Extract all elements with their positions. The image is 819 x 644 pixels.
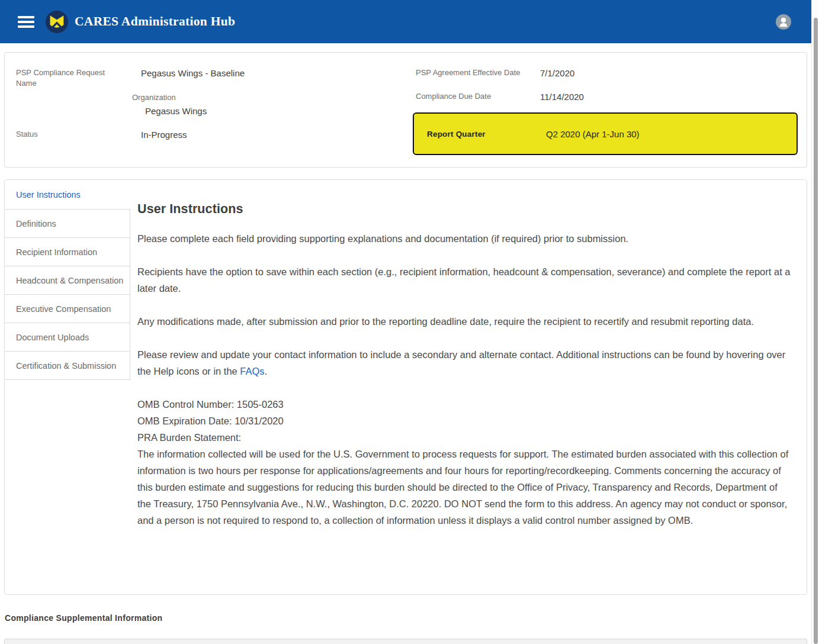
omb-statement-block: OMB Control Number: 1505-0263 OMB Expira…: [137, 396, 794, 529]
instructions-paragraph-4: Please review and update your contact in…: [137, 346, 794, 379]
report-quarter-highlight: Report Quarter Q2 2020 (Apr 1-Jun 30): [413, 112, 798, 155]
organization-value: Pegasus Wings: [145, 105, 416, 117]
due-date-field: Compliance Due Date 11/14/2020: [416, 91, 798, 102]
tab-headcount-compensation[interactable]: Headcount & Compensation: [5, 266, 130, 295]
due-date-label: Compliance Due Date: [416, 91, 540, 102]
request-name-field: PSP Compliance Request Name Pegasus Wing…: [5, 67, 416, 89]
instructions-paragraph-3: Any modifications made, after submission…: [137, 313, 794, 330]
tab-executive-compensation[interactable]: Executive Compensation: [5, 294, 130, 323]
instructions-paragraph-2: Recipients have the option to save withi…: [137, 263, 794, 297]
summary-left-column: PSP Compliance Request Name Pegasus Wing…: [5, 67, 416, 167]
status-value: In-Progress: [141, 129, 187, 140]
request-name-value: Pegasus Wings - Baseline: [141, 67, 245, 79]
app-header: CARES Administration Hub: [0, 0, 811, 43]
instructions-content: User Instructions Please complete each f…: [130, 180, 807, 594]
section-tab-list: User Instructions Definitions Recipient …: [5, 180, 130, 594]
tab-definitions[interactable]: Definitions: [5, 209, 130, 238]
summary-right-column: PSP Agreement Effective Date 7/1/2020 Co…: [416, 67, 810, 167]
supplemental-section-heading: Compliance Supplemental Information: [5, 613, 811, 623]
hamburger-menu-icon[interactable]: [18, 16, 34, 28]
organization-label: Organization: [132, 92, 416, 103]
app-title: CARES Administration Hub: [75, 14, 235, 29]
faq-text-after: .: [265, 366, 268, 376]
supplemental-panel: [4, 639, 807, 644]
report-quarter-value: Q2 2020 (Apr 1-Jun 30): [546, 129, 640, 139]
tab-user-instructions[interactable]: User Instructions: [5, 180, 130, 209]
effective-date-label: PSP Agreement Effective Date: [416, 67, 540, 78]
instructions-card: User Instructions Definitions Recipient …: [4, 179, 807, 595]
tab-recipient-information[interactable]: Recipient Information: [5, 237, 130, 266]
vertical-scrollbar[interactable]: [811, 0, 819, 644]
page-title: User Instructions: [137, 201, 794, 217]
pra-burden-text: The information collected will be used f…: [137, 446, 794, 529]
effective-date-value: 7/1/2020: [540, 67, 574, 79]
request-name-label: PSP Compliance Request Name: [16, 67, 141, 89]
effective-date-field: PSP Agreement Effective Date 7/1/2020: [416, 67, 798, 79]
instructions-paragraph-1: Please complete each field providing sup…: [137, 230, 794, 247]
omb-expiration-date: OMB Expiration Date: 10/31/2020: [137, 413, 794, 429]
report-quarter-label: Report Quarter: [414, 130, 546, 139]
scrollbar-thumb[interactable]: [814, 18, 818, 644]
pra-burden-label: PRA Burden Statement:: [137, 429, 794, 446]
faqs-link[interactable]: FAQs: [240, 366, 264, 376]
due-date-value: 11/14/2020: [540, 91, 584, 102]
tab-document-uploads[interactable]: Document Uploads: [5, 323, 130, 352]
user-avatar-icon[interactable]: [776, 14, 791, 30]
omb-control-number: OMB Control Number: 1505-0263: [137, 396, 794, 413]
status-field: Status In-Progress: [5, 129, 416, 140]
treasury-shield-icon: [46, 11, 68, 33]
tab-certification-submission[interactable]: Certification & Submission: [5, 351, 130, 380]
organization-field: Organization Pegasus Wings: [132, 92, 416, 117]
status-label: Status: [16, 129, 141, 140]
faq-text-before: Please review and update your contact in…: [137, 349, 785, 376]
compliance-summary-card: PSP Compliance Request Name Pegasus Wing…: [4, 52, 807, 168]
